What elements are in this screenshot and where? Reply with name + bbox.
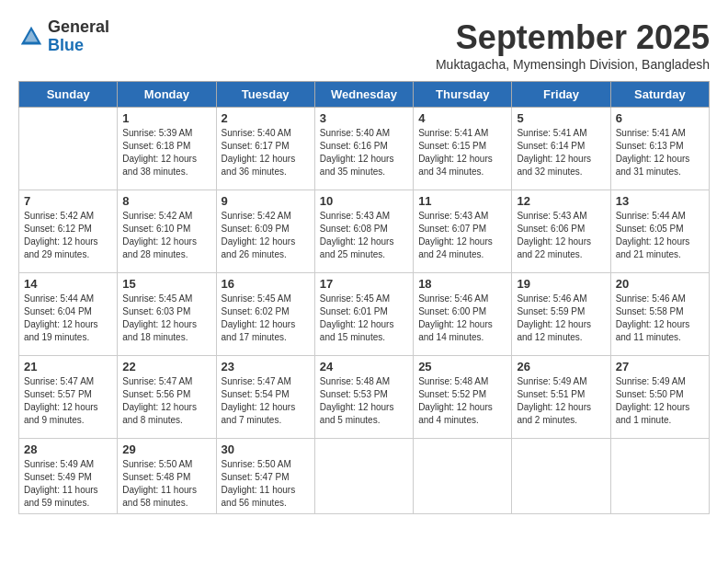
weekday-header: Sunday xyxy=(19,82,118,108)
calendar-cell: 1Sunrise: 5:39 AM Sunset: 6:18 PM Daylig… xyxy=(118,108,216,190)
day-number: 24 xyxy=(320,360,408,373)
calendar-cell: 13Sunrise: 5:44 AM Sunset: 6:05 PM Dayli… xyxy=(610,190,709,273)
logo-text: General Blue xyxy=(48,18,109,55)
calendar-table: SundayMondayTuesdayWednesdayThursdayFrid… xyxy=(18,81,710,514)
day-number: 21 xyxy=(24,360,112,373)
cell-info: Sunrise: 5:47 AM Sunset: 5:57 PM Dayligh… xyxy=(24,375,112,427)
calendar-cell: 4Sunrise: 5:41 AM Sunset: 6:15 PM Daylig… xyxy=(414,108,512,190)
cell-info: Sunrise: 5:45 AM Sunset: 6:01 PM Dayligh… xyxy=(320,293,408,344)
day-number: 3 xyxy=(320,111,408,125)
day-number: 23 xyxy=(222,360,310,373)
cell-info: Sunrise: 5:40 AM Sunset: 6:16 PM Dayligh… xyxy=(320,127,408,178)
day-number: 29 xyxy=(122,442,210,456)
calendar-cell: 3Sunrise: 5:40 AM Sunset: 6:16 PM Daylig… xyxy=(314,108,413,190)
day-number: 14 xyxy=(24,277,112,291)
calendar-cell: 23Sunrise: 5:47 AM Sunset: 5:54 PM Dayli… xyxy=(216,356,314,439)
calendar-cell: 11Sunrise: 5:43 AM Sunset: 6:07 PM Dayli… xyxy=(414,190,512,273)
day-number: 11 xyxy=(418,194,506,208)
calendar-cell: 24Sunrise: 5:48 AM Sunset: 5:53 PM Dayli… xyxy=(314,356,413,439)
month-title: September 2025 xyxy=(436,18,710,57)
day-number: 2 xyxy=(222,111,310,125)
cell-info: Sunrise: 5:43 AM Sunset: 6:07 PM Dayligh… xyxy=(418,210,506,261)
calendar-cell: 25Sunrise: 5:48 AM Sunset: 5:52 PM Dayli… xyxy=(414,356,512,439)
cell-info: Sunrise: 5:49 AM Sunset: 5:50 PM Dayligh… xyxy=(616,375,704,427)
weekday-header: Wednesday xyxy=(314,82,413,108)
location: Muktagacha, Mymensingh Division, Banglad… xyxy=(436,57,710,72)
calendar-cell: 28Sunrise: 5:49 AM Sunset: 5:49 PM Dayli… xyxy=(19,439,118,514)
cell-info: Sunrise: 5:47 AM Sunset: 5:56 PM Dayligh… xyxy=(122,375,210,427)
calendar-cell: 16Sunrise: 5:45 AM Sunset: 6:02 PM Dayli… xyxy=(216,273,314,356)
cell-info: Sunrise: 5:41 AM Sunset: 6:13 PM Dayligh… xyxy=(616,127,704,178)
calendar-cell: 10Sunrise: 5:43 AM Sunset: 6:08 PM Dayli… xyxy=(314,190,413,273)
day-number: 17 xyxy=(320,277,408,291)
calendar-cell xyxy=(512,439,610,514)
weekday-header: Monday xyxy=(118,82,216,108)
day-number: 10 xyxy=(320,194,408,208)
weekday-header: Tuesday xyxy=(216,82,314,108)
calendar-cell: 19Sunrise: 5:46 AM Sunset: 5:59 PM Dayli… xyxy=(512,273,610,356)
cell-info: Sunrise: 5:42 AM Sunset: 6:12 PM Dayligh… xyxy=(24,210,112,261)
weekday-header: Saturday xyxy=(610,82,709,108)
cell-info: Sunrise: 5:40 AM Sunset: 6:17 PM Dayligh… xyxy=(222,127,310,178)
cell-info: Sunrise: 5:48 AM Sunset: 5:52 PM Dayligh… xyxy=(418,375,506,427)
day-number: 15 xyxy=(122,277,210,291)
cell-info: Sunrise: 5:42 AM Sunset: 6:09 PM Dayligh… xyxy=(222,210,310,261)
calendar-cell: 22Sunrise: 5:47 AM Sunset: 5:56 PM Dayli… xyxy=(118,356,216,439)
title-block: September 2025 Muktagacha, Mymensingh Di… xyxy=(436,18,710,72)
cell-info: Sunrise: 5:44 AM Sunset: 6:05 PM Dayligh… xyxy=(616,210,704,261)
day-number: 22 xyxy=(122,360,210,373)
calendar-cell: 18Sunrise: 5:46 AM Sunset: 6:00 PM Dayli… xyxy=(414,273,512,356)
calendar-cell: 27Sunrise: 5:49 AM Sunset: 5:50 PM Dayli… xyxy=(610,356,709,439)
day-number: 18 xyxy=(418,277,506,291)
calendar-cell: 5Sunrise: 5:41 AM Sunset: 6:14 PM Daylig… xyxy=(512,108,610,190)
logo-blue: Blue xyxy=(48,36,84,54)
calendar-cell: 8Sunrise: 5:42 AM Sunset: 6:10 PM Daylig… xyxy=(118,190,216,273)
calendar-cell: 26Sunrise: 5:49 AM Sunset: 5:51 PM Dayli… xyxy=(512,356,610,439)
calendar-cell: 14Sunrise: 5:44 AM Sunset: 6:04 PM Dayli… xyxy=(19,273,118,356)
day-number: 25 xyxy=(418,360,506,373)
weekday-header: Thursday xyxy=(414,82,512,108)
day-number: 28 xyxy=(24,442,112,456)
day-number: 13 xyxy=(616,194,704,208)
calendar-cell xyxy=(314,439,413,514)
cell-info: Sunrise: 5:47 AM Sunset: 5:54 PM Dayligh… xyxy=(222,375,310,427)
day-number: 12 xyxy=(517,194,605,208)
day-number: 4 xyxy=(418,111,506,125)
cell-info: Sunrise: 5:46 AM Sunset: 5:58 PM Dayligh… xyxy=(616,293,704,344)
calendar-cell: 30Sunrise: 5:50 AM Sunset: 5:47 PM Dayli… xyxy=(216,439,314,514)
day-number: 7 xyxy=(24,194,112,208)
day-number: 19 xyxy=(517,277,605,291)
cell-info: Sunrise: 5:44 AM Sunset: 6:04 PM Dayligh… xyxy=(24,293,112,344)
calendar-cell: 6Sunrise: 5:41 AM Sunset: 6:13 PM Daylig… xyxy=(610,108,709,190)
calendar-cell xyxy=(414,439,512,514)
cell-info: Sunrise: 5:45 AM Sunset: 6:03 PM Dayligh… xyxy=(122,293,210,344)
day-number: 9 xyxy=(222,194,310,208)
calendar-cell: 20Sunrise: 5:46 AM Sunset: 5:58 PM Dayli… xyxy=(610,273,709,356)
cell-info: Sunrise: 5:42 AM Sunset: 6:10 PM Dayligh… xyxy=(122,210,210,261)
weekday-header: Friday xyxy=(512,82,610,108)
cell-info: Sunrise: 5:43 AM Sunset: 6:08 PM Dayligh… xyxy=(320,210,408,261)
calendar-cell: 12Sunrise: 5:43 AM Sunset: 6:06 PM Dayli… xyxy=(512,190,610,273)
day-number: 30 xyxy=(222,442,310,456)
cell-info: Sunrise: 5:46 AM Sunset: 6:00 PM Dayligh… xyxy=(418,293,506,344)
day-number: 26 xyxy=(517,360,605,373)
logo-icon xyxy=(18,24,44,50)
cell-info: Sunrise: 5:50 AM Sunset: 5:48 PM Dayligh… xyxy=(122,458,210,510)
logo-general: General xyxy=(48,17,109,36)
cell-info: Sunrise: 5:41 AM Sunset: 6:14 PM Dayligh… xyxy=(517,127,605,178)
calendar-cell: 21Sunrise: 5:47 AM Sunset: 5:57 PM Dayli… xyxy=(19,356,118,439)
day-number: 1 xyxy=(122,111,210,125)
day-number: 20 xyxy=(616,277,704,291)
calendar-cell: 17Sunrise: 5:45 AM Sunset: 6:01 PM Dayli… xyxy=(314,273,413,356)
logo: General Blue xyxy=(18,18,109,55)
cell-info: Sunrise: 5:43 AM Sunset: 6:06 PM Dayligh… xyxy=(517,210,605,261)
cell-info: Sunrise: 5:49 AM Sunset: 5:49 PM Dayligh… xyxy=(24,458,112,510)
cell-info: Sunrise: 5:45 AM Sunset: 6:02 PM Dayligh… xyxy=(222,293,310,344)
day-number: 27 xyxy=(616,360,704,373)
calendar-cell xyxy=(19,108,118,190)
cell-info: Sunrise: 5:46 AM Sunset: 5:59 PM Dayligh… xyxy=(517,293,605,344)
cell-info: Sunrise: 5:48 AM Sunset: 5:53 PM Dayligh… xyxy=(320,375,408,427)
cell-info: Sunrise: 5:39 AM Sunset: 6:18 PM Dayligh… xyxy=(122,127,210,178)
cell-info: Sunrise: 5:50 AM Sunset: 5:47 PM Dayligh… xyxy=(222,458,310,510)
calendar-cell xyxy=(610,439,709,514)
